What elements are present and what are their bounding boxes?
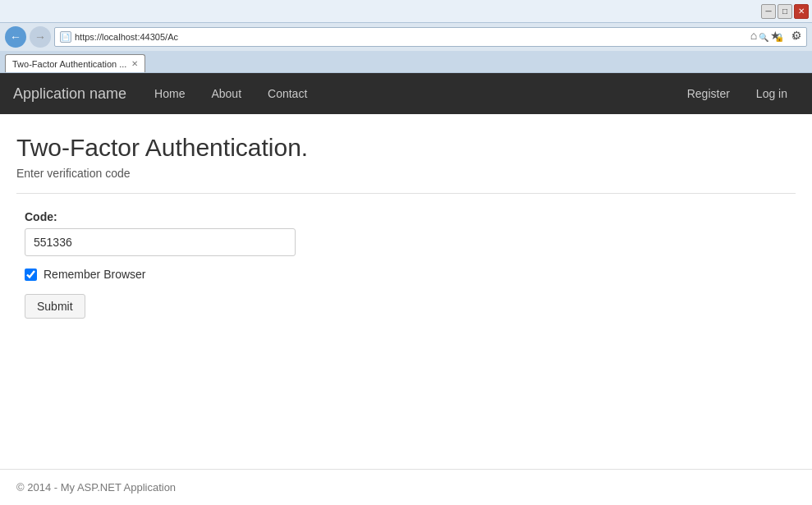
tab-label: Two-Factor Authentication ... xyxy=(12,59,126,69)
remember-browser-group: Remember Browser xyxy=(25,268,787,281)
minimize-button[interactable]: ─ xyxy=(761,4,776,19)
main-content: Two-Factor Authentication. Enter verific… xyxy=(0,114,812,443)
footer-text: © 2014 - My ASP.NET Application xyxy=(16,481,176,494)
nav-link-login[interactable]: Log in xyxy=(745,80,799,107)
form-section: Code: Remember Browser Submit xyxy=(16,210,796,319)
active-tab[interactable]: Two-Factor Authentication ... ✕ xyxy=(5,54,145,72)
remember-browser-label: Remember Browser xyxy=(44,268,145,281)
remember-browser-checkbox[interactable] xyxy=(25,269,37,281)
page-icon: 📄 xyxy=(60,31,71,43)
nav-bar: ← → 📄 🔍 🔒 ↻ ⌂ ★ ⚙ xyxy=(0,23,812,51)
maximize-button[interactable]: □ xyxy=(778,4,792,19)
browser-toolbar-icons: ⌂ ★ ⚙ xyxy=(745,26,805,44)
back-button[interactable]: ← xyxy=(5,26,26,48)
close-button[interactable]: ✕ xyxy=(794,4,809,19)
favorites-icon[interactable]: ★ xyxy=(766,26,784,44)
forward-button[interactable]: → xyxy=(30,26,51,48)
title-bar-controls: ─ □ ✕ xyxy=(761,4,809,19)
settings-icon[interactable]: ⚙ xyxy=(787,26,805,44)
nav-link-home[interactable]: Home xyxy=(143,80,196,107)
divider xyxy=(16,193,796,194)
app-brand[interactable]: Application name xyxy=(13,85,126,103)
address-bar: 📄 🔍 🔒 ↻ xyxy=(54,27,807,47)
code-input[interactable] xyxy=(25,228,296,256)
tab-close-icon[interactable]: ✕ xyxy=(131,59,138,68)
app-navbar: Application name Home About Contact Regi… xyxy=(0,73,812,114)
code-form-group: Code: xyxy=(25,210,787,256)
tab-bar: Two-Factor Authentication ... ✕ xyxy=(0,51,812,72)
nav-link-about[interactable]: About xyxy=(200,80,253,107)
nav-link-register[interactable]: Register xyxy=(676,80,741,107)
url-input[interactable] xyxy=(75,32,754,42)
nav-link-contact[interactable]: Contact xyxy=(256,80,319,107)
submit-button[interactable]: Submit xyxy=(25,294,85,319)
page-title: Two-Factor Authentication. xyxy=(16,134,796,162)
title-bar: ─ □ ✕ xyxy=(0,0,812,23)
code-label: Code: xyxy=(25,210,787,223)
page-subtitle: Enter verification code xyxy=(16,167,796,180)
home-icon[interactable]: ⌂ xyxy=(745,26,763,44)
app-nav-links: Home About Contact xyxy=(143,80,676,107)
app-nav-right: Register Log in xyxy=(676,80,799,107)
footer: © 2014 - My ASP.NET Application xyxy=(0,469,812,505)
browser-chrome: ─ □ ✕ ← → 📄 🔍 🔒 ↻ ⌂ ★ ⚙ Two-Factor Authe… xyxy=(0,0,812,73)
